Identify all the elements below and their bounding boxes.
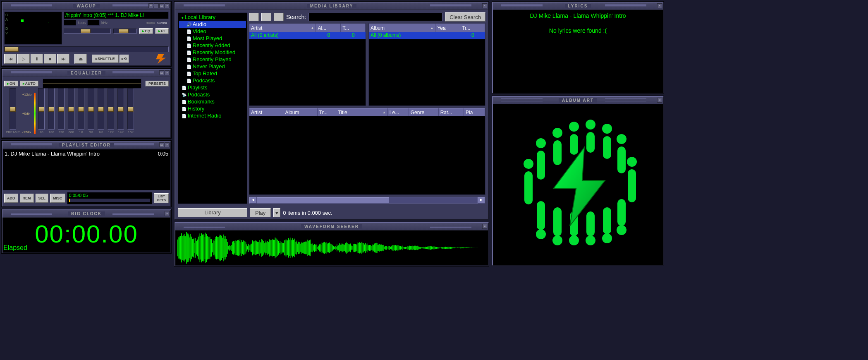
col-tr[interactable]: T... [341, 24, 366, 32]
pl-shade-icon[interactable]: ▭ [159, 142, 164, 147]
pl-add-button[interactable]: ADD [4, 194, 18, 203]
waveform-display[interactable] [175, 230, 488, 265]
tree-video[interactable]: Video [179, 28, 246, 35]
eq-band-320[interactable] [58, 88, 65, 130]
col-tracks[interactable]: Tr... [460, 24, 485, 32]
eq-band-1K[interactable] [78, 88, 84, 130]
eq-titlebar[interactable]: EQUALIZER ▭ × [2, 70, 170, 77]
col-al[interactable]: Al... [316, 24, 341, 32]
artist-pane[interactable]: Artist▲ Al... T... All (0 artists) 0 0 [249, 23, 366, 106]
track-col-artist[interactable]: Artist [249, 108, 283, 116]
tree-recently-played[interactable]: Recently Played [179, 56, 246, 63]
tree-audio[interactable]: Audio [179, 21, 246, 28]
eq-band-600[interactable] [68, 88, 74, 130]
eq-shade-icon[interactable]: ▭ [159, 70, 164, 75]
ml-titlebar[interactable]: MEDIA LIBRARY × [175, 2, 488, 10]
tree-recently-added[interactable]: Recently Added [179, 42, 246, 49]
scroll-right-icon[interactable]: ► [478, 197, 485, 204]
waveform-close-icon[interactable]: × [482, 224, 487, 229]
track-col-pla[interactable]: Pla [464, 108, 485, 116]
album-row-all[interactable]: All (0 albums) 0 [369, 32, 485, 39]
eject-button[interactable]: ⏏ [74, 54, 87, 64]
preamp-slider[interactable] [10, 88, 16, 130]
col-album[interactable]: Album▲ [369, 24, 435, 32]
ml-view2-button[interactable] [261, 13, 271, 21]
library-button[interactable]: Library [178, 208, 247, 217]
track-col-le[interactable]: Le... [388, 108, 409, 116]
artist-row-all[interactable]: All (0 artists) 0 0 [249, 32, 366, 39]
tracks-hscrollbar[interactable]: ◄ ► [249, 197, 485, 204]
eq-presets-button[interactable]: PRESETS [146, 81, 169, 86]
bigclock-display[interactable]: 00:00.00 Elapsed [2, 218, 170, 252]
shade-icon[interactable]: ▭ [159, 3, 164, 8]
bigclock-titlebar[interactable]: BIG CLOCK × [2, 210, 170, 218]
stop-button[interactable]: ■ [44, 54, 56, 64]
bigclock-close-icon[interactable]: × [165, 211, 170, 216]
close-icon[interactable]: × [165, 3, 170, 8]
pl-mini-seek[interactable] [69, 199, 151, 202]
tree-most-played[interactable]: Most Played [179, 35, 246, 42]
wacup-logo-icon[interactable] [154, 54, 169, 64]
ml-play-menu-button[interactable]: ▾ [273, 208, 280, 217]
playlist-item[interactable]: 1. DJ Mike Llama - Llama Whippin' Intro … [4, 150, 169, 157]
play-button[interactable]: ▷ [17, 54, 30, 64]
waveform-titlebar[interactable]: WAVEFORM SEEKER × [175, 223, 488, 230]
search-input[interactable] [308, 13, 442, 21]
player-titlebar[interactable]: WACUP ≡ – ▭ × [2, 2, 170, 10]
albumart-titlebar[interactable]: ALBUM ART × [493, 97, 663, 104]
pl-toggle-button[interactable]: PL [155, 28, 169, 34]
next-button[interactable]: ⏭ [57, 54, 69, 64]
pl-listopts-button[interactable]: LIST OPTS [154, 193, 169, 203]
playlist-list[interactable]: 1. DJ Mike Llama - Llama Whippin' Intro … [2, 149, 170, 190]
lyrics-close-icon[interactable]: × [657, 3, 662, 8]
eq-on-button[interactable]: ON [4, 81, 18, 86]
track-col-tr[interactable]: Tr... [318, 108, 337, 116]
tree-history[interactable]: History [179, 105, 246, 112]
eq-band-180[interactable] [48, 88, 55, 130]
volume-slider[interactable] [64, 29, 111, 34]
tree-internet-radio[interactable]: Internet Radio [179, 112, 246, 119]
track-col-album[interactable]: Album [283, 108, 317, 116]
eq-close-icon[interactable]: × [165, 70, 170, 75]
tree-never-played[interactable]: Never Played [179, 63, 246, 70]
pl-close-icon[interactable]: × [165, 142, 170, 147]
prev-button[interactable]: ⏮ [4, 54, 17, 64]
tracks-pane[interactable]: ArtistAlbumTr...Title▲Le...GenreRat...Pl… [249, 108, 485, 195]
eq-band-6K[interactable] [98, 88, 104, 130]
pl-misc-button[interactable]: MISC [50, 194, 65, 203]
tree-recently-modified[interactable]: Recently Modified [179, 49, 246, 56]
repeat-button[interactable]: ▸⟲ [120, 55, 129, 63]
pl-sel-button[interactable]: SEL [36, 194, 49, 203]
tree-top-rated[interactable]: Top Rated [179, 70, 246, 77]
tree-local-library[interactable]: Local Library [179, 14, 246, 21]
eq-band-3K[interactable] [88, 88, 94, 130]
shuffle-button[interactable]: ▸SHUFFLE [92, 55, 119, 63]
sysmenu-icon[interactable]: ≡ [148, 3, 153, 8]
pl-rem-button[interactable]: REM [20, 194, 34, 203]
tree-podcasts[interactable]: Podcasts [179, 91, 246, 98]
tree-podcasts-sub[interactable]: Podcasts [179, 77, 246, 84]
track-marquee[interactable]: /hippin' Intro (0:05) *** 1. DJ Mike Ll [64, 12, 169, 19]
eq-band-14K[interactable] [117, 88, 124, 130]
eq-band-70[interactable] [38, 88, 45, 130]
eq-band-12K[interactable] [108, 88, 114, 130]
col-year[interactable]: Yea [435, 24, 460, 32]
tree-playlists[interactable]: Playlists [179, 84, 246, 91]
col-artist[interactable]: Artist▲ [249, 24, 316, 32]
lyrics-titlebar[interactable]: LYRICS × [493, 2, 663, 10]
eq-toggle-button[interactable]: EQ [139, 28, 153, 34]
ml-close-icon[interactable]: × [482, 3, 487, 8]
playlist-titlebar[interactable]: PLAYLIST EDITOR ▭ × [2, 142, 170, 149]
ml-view3-button[interactable] [274, 13, 284, 21]
clear-search-button[interactable]: Clear Search [445, 12, 485, 22]
track-col-genre[interactable]: Genre [409, 108, 439, 116]
ml-play-button[interactable]: Play [250, 208, 271, 217]
albumart-display[interactable] [493, 104, 663, 265]
eq-auto-button[interactable]: AUTO [20, 81, 38, 86]
eq-band-16K[interactable] [127, 88, 134, 130]
scroll-left-icon[interactable]: ◄ [249, 197, 257, 204]
album-pane[interactable]: Album▲ Yea Tr... All (0 albums) 0 [368, 23, 485, 106]
seek-slider[interactable] [4, 46, 169, 52]
visualizer[interactable]: O A I D V - [4, 12, 62, 45]
tree-bookmarks[interactable]: Bookmarks [179, 98, 246, 105]
